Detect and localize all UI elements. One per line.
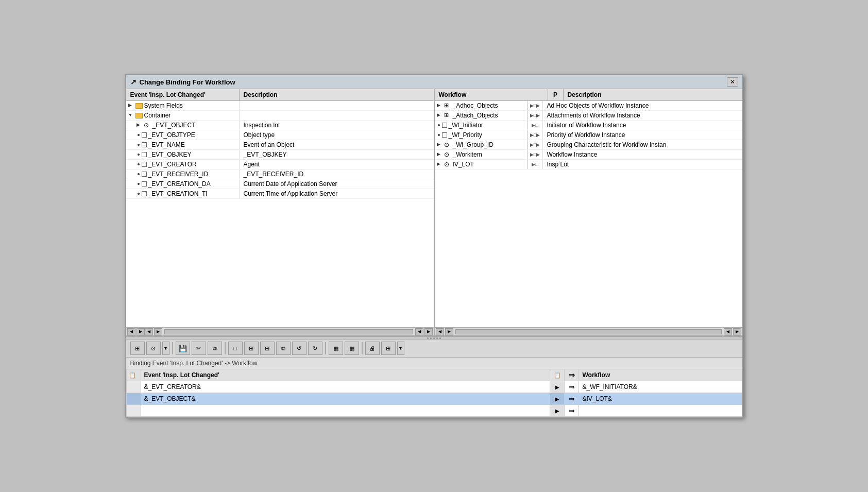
tree-row[interactable]: ▶ ⊞ _Adhoc_Objects ▶□▶ Ad Hoc Objects of… — [435, 101, 742, 111]
expand-arrow[interactable]: ▶ — [137, 122, 143, 128]
tree-col-name[interactable]: ▶ ⊞ _Attach_Objects — [435, 111, 527, 120]
tree-row[interactable]: _EVT_CREATION_DA Current Date of Applica… — [126, 179, 434, 189]
tree-row[interactable]: ▶ System Fields — [126, 101, 434, 111]
binding-play-btn[interactable]: ▶ — [550, 405, 565, 417]
scroll-left-btn[interactable]: ◀ — [127, 328, 135, 335]
scroll-right-arrows[interactable]: ◀ ▶ — [145, 328, 162, 335]
left-scrollbar[interactable]: ◀ ▶ ◀ ▶ ◀ ▶ — [126, 327, 434, 335]
tree-row[interactable]: ▶ ⊙ _EVT_OBJECT Inspection lot — [126, 121, 434, 130]
left-header-name: Event 'Insp. Lot Changed' — [126, 89, 240, 100]
tree-col-name[interactable]: _Wf_Priority — [435, 130, 527, 140]
scroll-left2-btn[interactable]: ◀ — [145, 328, 153, 335]
scroll-far-arrows[interactable]: ◀ ▶ — [415, 328, 433, 335]
binding-play-btn[interactable]: ▶ — [550, 381, 565, 393]
tree-row[interactable]: _EVT_CREATOR Agent — [126, 160, 434, 169]
play-icon[interactable]: ▶ — [555, 408, 559, 414]
left-panel-body[interactable]: ▶ System Fields ▼ Container — [126, 101, 434, 327]
expand-arrow[interactable]: ▶ — [437, 142, 443, 148]
tree-col-name[interactable]: _EVT_CREATION_TI — [126, 189, 240, 198]
tree-col-name[interactable]: _Wf_Initiator — [435, 121, 527, 130]
scroll-left3-btn[interactable]: ◀ — [415, 328, 423, 335]
square-icon — [142, 172, 147, 177]
expand-arrow[interactable]: ▶ — [437, 103, 443, 109]
scroll-right2-btn[interactable]: ▶ — [154, 328, 162, 335]
tree-col-name[interactable]: _EVT_NAME — [126, 140, 240, 149]
toolbar-btn-import[interactable]: ⊞ — [381, 342, 396, 355]
expand-arrow[interactable]: ▶ — [437, 151, 443, 158]
expand-arrow[interactable]: ▶ — [128, 103, 134, 109]
binding-table-icon2: 📋 — [554, 372, 561, 378]
right-panel-header: Workflow P Description — [435, 89, 742, 101]
tree-row[interactable]: ▶ ⊙ _Wi_Group_ID ▶□▶ Grouping Characteri… — [435, 140, 742, 150]
scroll-left-btn[interactable]: ◀ — [436, 328, 444, 335]
scroll-right-btn[interactable]: ▶ — [137, 328, 145, 335]
tree-col-name[interactable]: _EVT_RECEIVER_ID — [126, 169, 240, 179]
tree-col-name[interactable]: ▶ ⊞ _Adhoc_Objects — [435, 101, 527, 110]
close-button[interactable]: ✕ — [727, 77, 738, 87]
right-panel-body[interactable]: ▶ ⊞ _Adhoc_Objects ▶□▶ Ad Hoc Objects of… — [435, 101, 742, 327]
scroll-right3-btn[interactable]: ▶ — [424, 328, 433, 335]
binding-play-btn[interactable]: ▶ — [550, 393, 565, 405]
tree-col-name[interactable]: ▶ ⊙ IV_LOT — [435, 160, 527, 169]
toolbar-btn-grid2[interactable]: ▦ — [345, 342, 359, 355]
toolbar-btn-copy[interactable]: ⧉ — [208, 342, 222, 355]
tree-col-name[interactable]: _EVT_OBJKEY — [126, 150, 240, 159]
toolbar-btn-new[interactable]: □ — [228, 342, 243, 355]
tree-row[interactable]: _EVT_NAME Event of an Object — [126, 140, 434, 150]
toolbar-btn-undo[interactable]: ↺ — [292, 342, 307, 355]
tree-col-name[interactable]: _EVT_OBJTYPE — [126, 130, 240, 140]
binding-arrow: ⇒ — [569, 395, 575, 403]
right-scroll-arrows2[interactable]: ◀ ▶ — [724, 328, 741, 335]
expand-arrow[interactable]: ▶ — [437, 161, 443, 167]
tree-row[interactable]: _Wf_Priority ▶□▶ Priority of Workflow In… — [435, 130, 742, 140]
scroll-thumb[interactable] — [455, 329, 722, 334]
binding-table-icon: 📋 — [129, 372, 136, 378]
tree-row[interactable]: _EVT_RECEIVER_ID _EVT_RECEIVER_ID — [126, 169, 434, 179]
binding-right-value: &_WF_INITIATOR& — [579, 381, 742, 393]
toolbar-btn-remove[interactable]: ⊟ — [260, 342, 275, 355]
play-icon[interactable]: ▶ — [555, 396, 559, 402]
tree-col-desc: Ad Hoc Objects of Workflow Instance — [543, 101, 742, 110]
binding-row-empty[interactable]: ▶ ⇒ — [126, 405, 742, 417]
tree-row[interactable]: ▼ Container — [126, 111, 434, 121]
tree-col-name[interactable]: ▶ ⊙ _Workitem — [435, 150, 527, 159]
toolbar-btn-dup[interactable]: ⧉ — [276, 342, 291, 355]
binding-row[interactable]: &_EVT_OBJECT& ▶ ⇒ &IV_LOT& — [126, 393, 742, 405]
binding-row[interactable]: &_EVT_CREATOR& ▶ ⇒ &_WF_INITIATOR& — [126, 381, 742, 393]
tree-row[interactable]: _EVT_OBJTYPE Object type — [126, 130, 434, 140]
tree-row[interactable]: _Wf_Initiator ▶□ Initiator of Workflow I… — [435, 121, 742, 130]
scroll-left-arrows[interactable]: ◀ ▶ — [127, 328, 145, 335]
toolbar-btn-save[interactable]: 💾 — [176, 342, 190, 355]
tree-row[interactable]: ▶ ⊙ IV_LOT ▶□ Insp Lot — [435, 160, 742, 169]
tree-col-name[interactable]: ▶ System Fields — [126, 101, 240, 110]
play-icon[interactable]: ▶ — [555, 384, 559, 390]
toolbar-btn-drop[interactable]: ▼ — [162, 342, 169, 355]
expand-arrow[interactable]: ▼ — [128, 112, 134, 118]
toolbar-btn-drop2[interactable]: ▼ — [397, 342, 404, 355]
scroll-thumb[interactable] — [164, 329, 413, 334]
tree-col-name[interactable]: _EVT_CREATION_DA — [126, 179, 240, 189]
toolbar-btn-print[interactable]: 🖨 — [365, 342, 380, 355]
toolbar-btn-add[interactable]: ⊞ — [244, 342, 259, 355]
tree-row[interactable]: _EVT_OBJKEY _EVT_OBJKEY — [126, 150, 434, 160]
tree-col-name[interactable]: ▼ Container — [126, 111, 240, 120]
toolbar-btn-cut[interactable]: ✂ — [192, 342, 206, 355]
tree-col-p: ▶□▶ — [527, 111, 543, 120]
binding-arrow: ⇒ — [569, 406, 575, 415]
tree-col-name[interactable]: ▶ ⊙ _EVT_OBJECT — [126, 121, 240, 130]
toolbar-btn-redo[interactable]: ↻ — [308, 342, 322, 355]
expand-arrow[interactable]: ▶ — [437, 112, 443, 118]
tree-col-name[interactable]: ▶ ⊙ _Wi_Group_ID — [435, 140, 527, 149]
tree-row[interactable]: ▶ ⊞ _Attach_Objects ▶□▶ Attachments of W… — [435, 111, 742, 121]
toolbar-btn-2[interactable]: ⊙ — [146, 342, 161, 355]
tree-row[interactable]: ▶ ⊙ _Workitem ▶□▶ Workflow Instance — [435, 150, 742, 160]
tree-col-name[interactable]: _EVT_CREATOR — [126, 160, 240, 169]
toolbar-btn-grid1[interactable]: ▦ — [329, 342, 343, 355]
right-scrollbar[interactable]: ◀ ▶ ◀ ▶ — [435, 327, 742, 335]
right-scroll-arrows[interactable]: ◀ ▶ — [436, 328, 453, 335]
scroll-right-btn[interactable]: ▶ — [445, 328, 453, 335]
scroll-right2-btn[interactable]: ▶ — [733, 328, 741, 335]
tree-row[interactable]: _EVT_CREATION_TI Current Time of Applica… — [126, 189, 434, 199]
scroll-left2-btn[interactable]: ◀ — [724, 328, 732, 335]
toolbar-btn-1[interactable]: ⊞ — [130, 342, 145, 355]
